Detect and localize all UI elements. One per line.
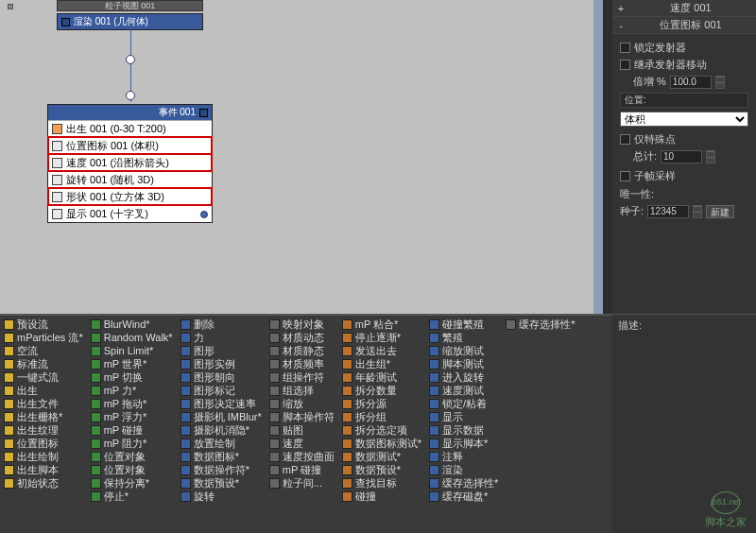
checkbox-subframe[interactable] (620, 171, 630, 181)
operator-item[interactable]: 缓存选择性* (504, 318, 576, 331)
operator-item[interactable]: 映射对象 (267, 318, 336, 331)
operator-item[interactable]: BlurWind* (89, 318, 175, 331)
event-operator-row[interactable]: 位置图标 001 (体积) (48, 137, 212, 154)
operator-item[interactable]: 速度按曲面 (267, 450, 336, 463)
connector-socket-top[interactable] (126, 55, 135, 64)
operator-item[interactable]: 数据预设* (179, 476, 264, 490)
operator-item[interactable]: 图形实例 (179, 357, 264, 370)
checkbox-special-points[interactable] (620, 134, 630, 145)
operator-item[interactable]: 发送出去 (340, 344, 423, 357)
operator-item[interactable]: 拆分源 (340, 397, 423, 410)
operator-item[interactable]: 缩放 (267, 397, 336, 410)
operator-item[interactable]: Random Walk* (89, 331, 175, 344)
operator-item[interactable]: 材质频率 (267, 357, 336, 370)
operator-item[interactable]: mP 浮力* (89, 410, 175, 423)
collapse-icon[interactable]: - (616, 20, 626, 31)
select-location[interactable]: 体积 (620, 112, 748, 127)
operator-item[interactable]: 脚本测试 (427, 357, 500, 370)
event-operator-row[interactable]: 旋转 001 (随机 3D) (48, 171, 212, 188)
operator-item[interactable]: 数据操作符* (179, 463, 264, 476)
event-operator-row[interactable]: 形状 001 (立方体 3D) (48, 188, 212, 205)
new-seed-button[interactable]: 新建 (706, 205, 734, 218)
operator-item[interactable]: 出生组* (340, 357, 423, 370)
operator-item[interactable]: 渲染 (427, 463, 500, 476)
operator-item[interactable]: 数据图标* (179, 450, 264, 463)
operator-item[interactable]: 组操作符 (267, 370, 336, 384)
operator-item[interactable]: 速度测试 (427, 384, 500, 397)
operator-item[interactable]: Spin Limit* (89, 344, 175, 357)
spinner-multiplier[interactable] (715, 76, 725, 89)
operator-item[interactable]: mP 拖动* (89, 397, 175, 410)
operator-item[interactable]: 拆分数量 (340, 384, 423, 397)
operator-item[interactable]: 碰撞繁殖 (427, 318, 500, 331)
operator-item[interactable]: 数据图标测试* (340, 437, 423, 450)
operator-item[interactable]: 力 (179, 331, 264, 344)
flow-title-bar[interactable]: 粒子视图 001 (57, 0, 203, 11)
operator-item[interactable]: 摄影机 IMBlur* (179, 410, 264, 423)
operator-item[interactable]: 位置对象 (89, 463, 175, 476)
operator-item[interactable]: 显示 (427, 410, 500, 423)
node-render-title-bar[interactable]: 渲染 001 (几何体) (58, 14, 202, 29)
operator-item[interactable]: 出生栅格* (2, 410, 85, 423)
operator-item[interactable]: 缓存选择性* (427, 476, 500, 490)
operator-item[interactable]: mP 粘合* (340, 318, 423, 331)
input-total[interactable] (661, 150, 702, 163)
output-socket[interactable] (200, 211, 208, 218)
operator-item[interactable]: 碰撞 (340, 490, 423, 503)
operator-item[interactable]: mP 力* (89, 384, 175, 397)
checkbox-lock-emitter[interactable] (620, 43, 630, 53)
operator-item[interactable]: 材质动态 (267, 331, 336, 344)
operator-item[interactable]: 显示脚本* (427, 437, 500, 450)
operator-item[interactable]: 组选择 (267, 384, 336, 397)
operator-item[interactable]: 预设流 (2, 318, 85, 331)
operator-item[interactable]: 拆分组 (340, 410, 423, 423)
operator-item[interactable]: mP 阻力* (89, 437, 175, 450)
operator-item[interactable]: 贴图 (267, 423, 336, 437)
operator-item[interactable]: 数据测试* (340, 450, 423, 463)
operator-item[interactable]: 年龄测试 (340, 370, 423, 384)
operator-item[interactable]: 拆分选定项 (340, 423, 423, 437)
spinner-seed[interactable] (693, 205, 702, 218)
operator-item[interactable]: 摄影机消隐* (179, 423, 264, 437)
operator-item[interactable]: 查找目标 (340, 476, 423, 490)
operator-item[interactable]: mParticles 流* (2, 331, 85, 344)
operator-item[interactable]: mP 世界* (89, 357, 175, 370)
inspector-header-position[interactable]: - 位置图标 001 (612, 17, 756, 34)
operator-item[interactable]: 旋转 (179, 490, 264, 503)
operator-item[interactable]: 缩放测试 (427, 344, 500, 357)
operator-item[interactable]: 图形标记 (179, 384, 264, 397)
inspector-header-speed[interactable]: + 速度 001 (612, 0, 756, 17)
particle-view-canvas[interactable]: 粒子视图 001 渲染 001 (几何体) 事件 001 出生 001 (0-3… (0, 0, 603, 314)
operator-item[interactable]: 缓存磁盘* (427, 490, 500, 503)
expand-icon[interactable]: + (616, 3, 626, 14)
input-seed[interactable] (647, 205, 689, 218)
operator-item[interactable]: 停止* (89, 490, 175, 503)
operator-item[interactable]: 粒子间... (267, 476, 336, 490)
input-multiplier[interactable] (670, 76, 712, 89)
node-event-title-bar[interactable]: 事件 001 (48, 105, 212, 120)
operator-item[interactable]: 标准流 (2, 357, 85, 370)
operator-item[interactable]: 空流 (2, 344, 85, 357)
operator-item[interactable]: 出生纹理 (2, 423, 85, 437)
operator-item[interactable]: 位置图标 (2, 437, 85, 450)
checkbox-inherit-move[interactable] (620, 60, 630, 70)
operator-item[interactable]: mP 碰撞 (267, 463, 336, 476)
operator-item[interactable]: 图形 (179, 344, 264, 357)
operator-item[interactable]: 停止逐渐* (340, 331, 423, 344)
operator-item[interactable]: 一键式流 (2, 370, 85, 384)
operator-item[interactable]: 显示数据 (427, 423, 500, 437)
event-operator-row[interactable]: 出生 001 (0-30 T:200) (48, 120, 212, 137)
operator-item[interactable]: 繁殖 (427, 331, 500, 344)
operator-item[interactable]: 锁定/粘着 (427, 397, 500, 410)
operator-item[interactable]: 速度 (267, 437, 336, 450)
operator-item[interactable]: 脚本操作符 (267, 410, 336, 423)
operator-item[interactable]: 图形朝向 (179, 370, 264, 384)
operator-item[interactable]: 初始状态 (2, 476, 85, 490)
operator-item[interactable]: 保持分离* (89, 476, 175, 490)
event-operator-row[interactable]: 显示 001 (十字叉) (48, 205, 212, 222)
operator-item[interactable]: 图形决定速率 (179, 397, 264, 410)
spinner-total[interactable] (706, 150, 715, 163)
operator-item[interactable]: 材质静态 (267, 344, 336, 357)
operator-item[interactable]: mP 碰撞 (89, 423, 175, 437)
operator-item[interactable]: 放置绘制 (179, 437, 264, 450)
